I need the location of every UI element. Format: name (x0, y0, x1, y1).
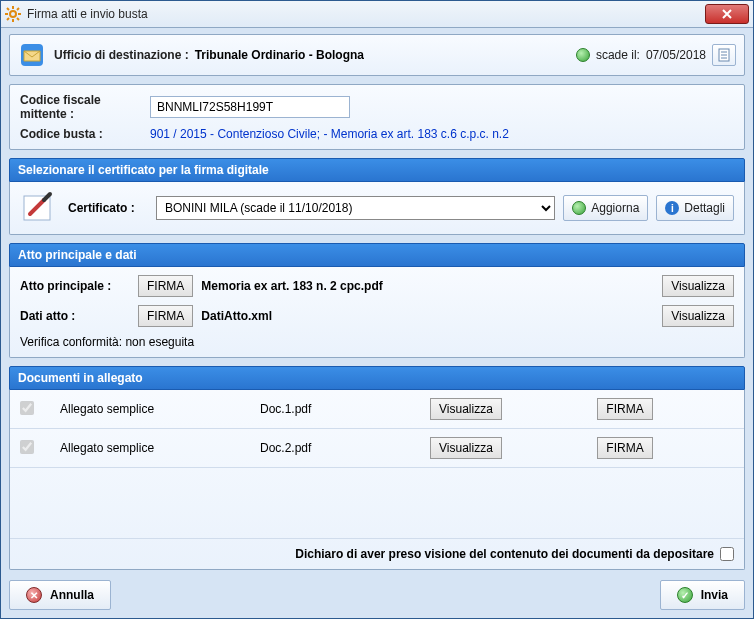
doc-type: Allegato semplice (60, 402, 260, 416)
docs-section: Documenti in allegato Allegato semplice … (9, 366, 745, 570)
envelope-icon (18, 41, 46, 69)
cf-input[interactable] (150, 96, 350, 118)
doc-visualizza-button[interactable]: Visualizza (430, 437, 502, 459)
svg-line-7 (17, 8, 19, 10)
titlebar: Firma atti e invio busta (1, 1, 753, 28)
send-button[interactable]: ✓ Invia (660, 580, 745, 610)
refresh-label: Aggiorna (591, 201, 639, 215)
cert-select[interactable]: BONINI MILA (scade il 11/10/2018) (156, 196, 555, 220)
send-label: Invia (701, 588, 728, 602)
atto-section: Atto principale e dati Atto principale :… (9, 243, 745, 358)
doc-firma-button[interactable]: FIRMA (597, 437, 652, 459)
cert-section: Selezionare il certificato per la firma … (9, 158, 745, 235)
doc-visualizza-button[interactable]: Visualizza (430, 398, 502, 420)
declare-text: Dichiaro di aver preso visione del conte… (295, 547, 714, 561)
window: Firma atti e invio busta Ufficio di dest… (0, 0, 754, 619)
firma-dati-button[interactable]: FIRMA (138, 305, 193, 327)
sender-panel: Codice fiscale mittente : Codice busta :… (9, 84, 745, 150)
cancel-label: Annulla (50, 588, 94, 602)
cb-label: Codice busta : (20, 127, 150, 141)
send-icon: ✓ (677, 587, 693, 603)
declare-checkbox[interactable] (720, 547, 734, 561)
expiry-value: 07/05/2018 (646, 48, 706, 62)
close-button[interactable] (705, 4, 749, 24)
doc-checkbox (20, 440, 34, 454)
docs-header: Documenti in allegato (9, 366, 745, 390)
svg-point-0 (10, 11, 16, 17)
svg-line-8 (7, 18, 9, 20)
doc-row: Allegato semplice Doc.2.pdf Visualizza F… (10, 429, 744, 468)
doc-firma-button[interactable]: FIRMA (597, 398, 652, 420)
atto-principale-label: Atto principale : (20, 279, 130, 293)
info-icon: i (665, 201, 679, 215)
cancel-icon: ✕ (26, 587, 42, 603)
window-title: Firma atti e invio busta (27, 7, 705, 21)
visualizza-atto-button[interactable]: Visualizza (662, 275, 734, 297)
doc-row: Allegato semplice Doc.1.pdf Visualizza F… (10, 390, 744, 429)
destination-value: Tribunale Ordinario - Bologna (195, 48, 364, 62)
doc-checkbox (20, 401, 34, 415)
document-icon (717, 48, 731, 62)
cert-label: Certificato : (68, 201, 148, 215)
atto-header: Atto principale e dati (9, 243, 745, 267)
doc-type: Allegato semplice (60, 441, 260, 455)
details-button[interactable]: i Dettagli (656, 195, 734, 221)
content: Ufficio di destinazione : Tribunale Ordi… (1, 28, 753, 570)
dati-atto-label: Dati atto : (20, 309, 130, 323)
document-button[interactable] (712, 44, 736, 66)
declare-bar: Dichiaro di aver preso visione del conte… (10, 538, 744, 569)
gear-icon (5, 6, 21, 22)
close-icon (721, 9, 733, 19)
verifica-text: Verifica conformità: non eseguita (20, 335, 734, 349)
svg-line-5 (7, 8, 9, 10)
destination-label: Ufficio di destinazione : (54, 48, 189, 62)
cf-label: Codice fiscale mittente : (20, 93, 150, 121)
dati-atto-file: DatiAtto.xml (201, 309, 654, 323)
cancel-button[interactable]: ✕ Annulla (9, 580, 111, 610)
visualizza-dati-button[interactable]: Visualizza (662, 305, 734, 327)
status-ok-icon (576, 48, 590, 62)
firma-atto-button[interactable]: FIRMA (138, 275, 193, 297)
cert-header: Selezionare il certificato per la firma … (9, 158, 745, 182)
refresh-button[interactable]: Aggiorna (563, 195, 648, 221)
cb-value: 901 / 2015 - Contenzioso Civile; - Memor… (150, 127, 509, 141)
signature-icon (20, 190, 60, 226)
refresh-icon (572, 201, 586, 215)
destination-bar: Ufficio di destinazione : Tribunale Ordi… (9, 34, 745, 76)
svg-line-6 (17, 18, 19, 20)
footer: ✕ Annulla ✓ Invia (9, 580, 745, 610)
details-label: Dettagli (684, 201, 725, 215)
doc-file: Doc.1.pdf (260, 402, 430, 416)
expiry-label: scade il: (596, 48, 640, 62)
doc-file: Doc.2.pdf (260, 441, 430, 455)
atto-principale-file: Memoria ex art. 183 n. 2 cpc.pdf (201, 279, 654, 293)
